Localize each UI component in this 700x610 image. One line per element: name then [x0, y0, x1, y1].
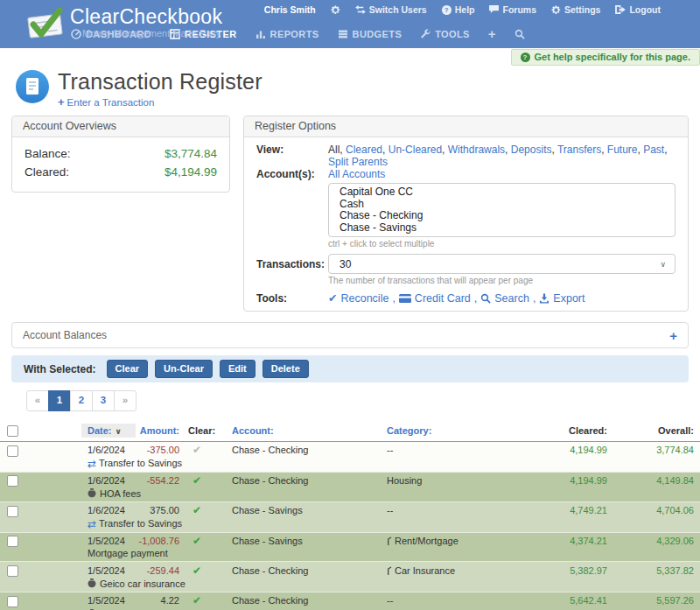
transaction-amount: -1,008.76	[131, 532, 181, 549]
with-selected-label: With Selected:	[24, 363, 96, 375]
view-link-deposits[interactable]: Deposits	[511, 144, 552, 156]
export-link[interactable]: Export	[539, 292, 584, 305]
view-link-un-cleared[interactable]: Un-Cleared	[388, 144, 442, 156]
row-checkbox[interactable]	[7, 475, 18, 487]
transaction-row[interactable]: 1/6/2024 375.00 ✔ Chase - Savings -- 4,7…	[0, 502, 700, 519]
page-help-banner[interactable]: ? Get help specifically for this page.	[511, 49, 700, 66]
accounts-multiselect[interactable]: Capital One CCCashChase - CheckingChase …	[328, 183, 676, 237]
memo-text: Mortgage payment	[88, 548, 168, 558]
amount-sort-header[interactable]: Amount:	[131, 421, 181, 442]
user-gear-icon[interactable]	[331, 5, 340, 15]
edit-selected-button[interactable]: Edit	[220, 360, 256, 378]
credit-card-link[interactable]: Credit Card	[399, 292, 471, 305]
transaction-row[interactable]: 1/6/2024 -375.00 ✔ Chase - Checking -- 4…	[0, 442, 700, 459]
account-option-chase-savings[interactable]: Chase - Savings	[329, 221, 675, 234]
forums-link[interactable]: Forums	[489, 4, 536, 15]
view-link-cleared[interactable]: Cleared	[346, 144, 382, 156]
row-checkbox[interactable]	[7, 565, 18, 577]
transaction-memo-row: ⇄Geico car insurance	[0, 578, 700, 592]
category-sort-header[interactable]: Category:	[385, 421, 525, 442]
transaction-row[interactable]: 1/6/2024 -554.22 ✔ Chase - Checking Hous…	[0, 472, 700, 488]
account-sort-header[interactable]: Account:	[219, 421, 385, 442]
account-option-chase-checking[interactable]: Chase - Checking	[329, 209, 675, 221]
row-checkbox[interactable]	[7, 445, 18, 457]
transactions-per-page-value: 30	[340, 258, 351, 270]
cleared-row: Cleared: $4,194.99	[24, 163, 217, 181]
account-balances-toggle[interactable]: Account Balances +	[11, 322, 689, 348]
row-checkbox[interactable]	[7, 596, 18, 607]
transaction-date: 1/6/2024	[26, 502, 131, 519]
account-option-capital-one-cc[interactable]: Capital One CC	[329, 186, 675, 198]
view-link-future[interactable]: Future	[607, 144, 638, 156]
transaction-memo-row: ⇄Mortgage payment	[0, 549, 700, 562]
with-selected-bar: With Selected: ClearUn-ClearEditDelete	[11, 355, 689, 382]
overall-balance: 3,774.84	[612, 442, 700, 459]
page-prev-button[interactable]: «	[26, 390, 49, 411]
page-1-button[interactable]: 1	[48, 390, 71, 411]
transaction-account: Chase - Checking	[219, 592, 385, 608]
account-option-cash[interactable]: Cash	[329, 198, 675, 210]
balance-value: $3,774.84	[164, 144, 217, 163]
help-link[interactable]: ? Help	[442, 4, 475, 15]
row-checkbox[interactable]	[7, 536, 18, 547]
nav-reports[interactable]: REPORTS	[256, 29, 319, 39]
search-link[interactable]: Search	[480, 292, 529, 305]
enter-transaction-link[interactable]: + Enter a Transaction	[58, 95, 154, 109]
expand-plus-icon[interactable]: +	[669, 328, 677, 343]
nav-budgets[interactable]: BUDGETS	[338, 29, 402, 39]
cleared-check-icon[interactable]: ✔	[192, 594, 201, 606]
view-link-split-parents[interactable]: Split Parents	[328, 156, 388, 168]
check-logo-icon	[24, 5, 66, 42]
brand-logo[interactable]: ClearCheckbook Money Management Made Eas…	[24, 5, 222, 42]
all-accounts-link[interactable]: All Accounts	[328, 168, 385, 180]
delete-selected-button[interactable]: Delete	[262, 360, 309, 378]
transaction-row[interactable]: 1/5/2024 -1,008.76 ✔ Chase - Savings Ren…	[0, 532, 700, 549]
settings-link[interactable]: Settings	[551, 4, 600, 15]
date-sort-header[interactable]: Date:∨	[81, 424, 136, 438]
cleared-check-icon[interactable]: ✔	[192, 535, 201, 547]
memo-text: HOA fees	[100, 488, 141, 499]
nav-search-button[interactable]	[514, 29, 525, 39]
transaction-row[interactable]: 1/5/2024 4.22 ✔ Chase - Checking -- 5,64…	[0, 592, 700, 608]
view-link-withdrawals[interactable]: Withdrawals	[448, 144, 505, 156]
cleared-check-icon[interactable]: ✔	[192, 564, 201, 577]
cleared-balance: 5,382.97	[525, 562, 612, 578]
view-link-past[interactable]: Past	[643, 144, 664, 156]
select-all-checkbox[interactable]	[7, 425, 18, 437]
layers-icon	[338, 29, 348, 39]
transaction-date: 1/5/2024	[26, 592, 131, 608]
transaction-row[interactable]: 1/5/2024 -259.44 ✔ Chase - Checking Car …	[0, 562, 700, 578]
accounts-label: Account(s):	[256, 168, 328, 180]
nav-tools[interactable]: TOOLS	[420, 29, 470, 39]
overall-balance: 5,597.26	[612, 592, 700, 608]
overall-balance: 4,329.06	[612, 532, 700, 549]
un-clear-selected-button[interactable]: Un-Clear	[155, 360, 213, 378]
cleared-balance: 5,642.41	[525, 592, 612, 608]
transactions-per-page-select[interactable]: 30 ∨	[328, 254, 676, 274]
transfer-icon: ⇄	[88, 518, 96, 530]
transaction-amount: -259.44	[131, 562, 181, 578]
page-2-button[interactable]: 2	[70, 390, 93, 411]
row-checkbox[interactable]	[7, 506, 18, 517]
nav-add-button[interactable]: +	[488, 26, 496, 41]
view-current-filter[interactable]: All	[328, 144, 340, 156]
logout-link[interactable]: Logout	[615, 4, 661, 15]
switch-users-link[interactable]: Switch Users	[355, 4, 427, 15]
memo-text: Geico car insurance	[100, 578, 186, 589]
cleared-value: $4,194.99	[164, 163, 217, 181]
view-link-transfers[interactable]: Transfers	[557, 144, 601, 156]
cleared-check-icon[interactable]: ✔	[192, 504, 201, 516]
clear-selected-button[interactable]: Clear	[107, 360, 149, 378]
transaction-date: 1/6/2024	[26, 442, 131, 459]
cleared-balance: 4,749.21	[525, 502, 612, 519]
cleared-check-icon[interactable]: ✔	[192, 474, 201, 487]
cleared-label: Cleared:	[24, 163, 69, 181]
transfer-icon: ⇄	[88, 458, 96, 470]
transaction-amount: -375.00	[131, 442, 181, 459]
cleared-check-icon[interactable]: ✔	[192, 444, 201, 456]
page-next-button[interactable]: »	[114, 390, 136, 411]
reconcile-link[interactable]: ✔ Reconcile	[328, 291, 388, 305]
page-3-button[interactable]: 3	[92, 390, 115, 411]
transaction-memo-row: ⇄Transfer to Savings	[0, 459, 700, 473]
current-user[interactable]: Chris Smith	[264, 4, 316, 15]
